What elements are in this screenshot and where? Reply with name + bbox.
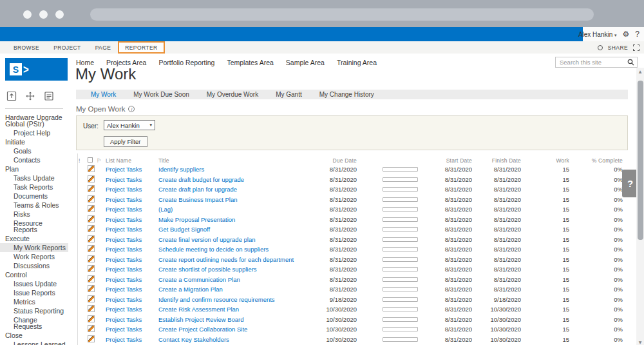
work-tab[interactable]: My Work (91, 91, 116, 98)
focus-mode-icon[interactable] (633, 44, 639, 51)
list-name-link[interactable]: Project Tasks (106, 316, 142, 323)
list-name-link[interactable]: Project Tasks (106, 226, 142, 233)
scroll-up-arrow[interactable]: ▲ (636, 68, 644, 74)
ribbon-tab[interactable]: BROWSE (6, 41, 46, 54)
sidebar-item[interactable]: Execute (0, 234, 68, 243)
help-icon[interactable]: ? (635, 30, 639, 38)
task-title-link[interactable]: Create Business Impact Plan (158, 196, 238, 203)
edit-item-icon[interactable] (88, 265, 95, 272)
list-name-link[interactable]: Project Tasks (106, 296, 142, 303)
list-name-link[interactable]: Project Tasks (106, 236, 142, 243)
task-title-link[interactable]: Create report outlining needs for each d… (158, 256, 294, 263)
list-name-link[interactable]: Project Tasks (106, 266, 142, 273)
task-title-link[interactable]: Create final version of upgrade plan (158, 236, 256, 243)
select-all-checkbox[interactable] (88, 157, 97, 164)
work-tab[interactable]: My Overdue Work (207, 91, 258, 98)
sidebar-item[interactable]: Change Requests (0, 315, 68, 331)
edit-item-icon[interactable] (88, 315, 95, 322)
edit-item-icon[interactable] (88, 305, 95, 312)
window-control-dot[interactable] (23, 10, 32, 19)
task-title-link[interactable]: Identify and confirm resource requiremen… (158, 296, 275, 303)
importance-column-icon[interactable]: ! (79, 157, 88, 164)
edit-item-icon[interactable] (88, 335, 95, 342)
task-title-link[interactable]: Schedule meeting to decide on suppliers (158, 246, 269, 253)
sidebar-item[interactable]: Documents (0, 192, 68, 201)
task-title-link[interactable]: (Lag) (158, 206, 173, 213)
task-title-link[interactable]: Identify suppliers (158, 166, 204, 173)
vertical-scrollbar[interactable]: ▲ ▼ (636, 68, 644, 345)
list-name-link[interactable]: Project Tasks (106, 286, 142, 293)
sidebar-item[interactable]: Issues Update (0, 279, 68, 288)
nav-link[interactable]: Training Area (337, 59, 377, 66)
sidebar-item[interactable]: My Work Reports (0, 243, 68, 252)
sidebar-item[interactable]: Metrics (0, 297, 68, 306)
sidebar-item[interactable]: Contacts (0, 155, 68, 164)
col-work[interactable]: Work (521, 157, 569, 164)
edit-item-icon[interactable] (88, 185, 95, 192)
col-title[interactable]: Title (158, 157, 319, 164)
apply-filter-button[interactable]: Apply Filter (104, 136, 147, 147)
sidebar-item[interactable]: Hardware Upgrade Global (PStr) (0, 113, 68, 128)
sidebar-item[interactable]: Initiate (0, 137, 68, 146)
user-select[interactable]: Alex Hankin ▾ (104, 120, 155, 130)
sidebar-item[interactable]: Issue Reports (0, 288, 68, 297)
list-name-link[interactable]: Project Tasks (106, 196, 142, 203)
list-name-link[interactable]: Project Tasks (106, 326, 142, 333)
window-control-dot[interactable] (55, 10, 64, 19)
nav-link[interactable]: Portfolio Reporting (158, 59, 214, 66)
edit-item-icon[interactable] (88, 275, 95, 282)
settings-gear-icon[interactable]: ⚙ (623, 30, 630, 38)
task-title-link[interactable]: Create Risk Assessment Plan (158, 306, 239, 313)
move-icon[interactable] (25, 91, 35, 101)
scrollbar-thumb[interactable] (638, 81, 643, 240)
sidebar-item[interactable]: Control (0, 270, 68, 279)
sidebar-item[interactable]: Status Reporting (0, 306, 68, 315)
sidebar-item[interactable]: Project Help (0, 128, 68, 137)
info-icon[interactable]: i (128, 106, 135, 112)
list-name-link[interactable]: Project Tasks (106, 256, 142, 263)
list-name-link[interactable]: Project Tasks (106, 276, 142, 283)
list-name-link[interactable]: Project Tasks (106, 246, 142, 253)
list-name-link[interactable]: Project Tasks (106, 336, 142, 343)
task-title-link[interactable]: Make Proposal Presentation (158, 216, 235, 223)
edit-item-icon[interactable] (88, 205, 95, 212)
sidebar-item[interactable]: Goals (0, 146, 68, 155)
scroll-down-arrow[interactable]: ▼ (636, 339, 644, 345)
col-percent-complete[interactable]: % Complete (569, 157, 623, 164)
sidebar-item[interactable]: Discussions (0, 261, 68, 270)
list-name-link[interactable]: Project Tasks (106, 176, 142, 183)
sidebar-item[interactable]: Teams & Roles (0, 201, 68, 210)
edit-item-icon[interactable] (88, 225, 95, 232)
sharepoint-logo[interactable]: S > (5, 58, 68, 81)
search-icon[interactable] (627, 59, 634, 66)
flag-column-icon[interactable]: ⚐ (97, 157, 106, 164)
list-name-link[interactable]: Project Tasks (106, 306, 142, 313)
edit-item-icon[interactable] (88, 165, 95, 172)
edit-item-icon[interactable] (88, 235, 95, 242)
task-title-link[interactable]: Contact Key Stakeholders (158, 336, 229, 343)
ribbon-tab[interactable]: REPORTER (118, 41, 164, 54)
edit-item-icon[interactable] (88, 285, 95, 292)
sidebar-item[interactable]: Task Reports (0, 182, 68, 192)
task-title-link[interactable]: Create a Communication Plan (158, 276, 240, 283)
window-control-dot[interactable] (39, 10, 48, 19)
ribbon-tab[interactable]: PROJECT (46, 41, 88, 54)
col-due-date[interactable]: Due Date (319, 157, 357, 164)
edit-item-icon[interactable] (88, 175, 95, 182)
task-title-link[interactable]: Establish Project Review Board (158, 316, 244, 323)
sidebar-item[interactable]: Work Reports (0, 252, 68, 261)
sidebar-item[interactable]: Resource Reports (0, 219, 68, 234)
edit-item-icon[interactable] (88, 245, 95, 252)
share-up-icon[interactable] (6, 91, 17, 101)
sidebar-item[interactable]: Tasks Update (0, 173, 68, 182)
work-tab[interactable]: My Change History (319, 91, 374, 98)
address-bar[interactable] (90, 8, 594, 21)
list-name-link[interactable]: Project Tasks (106, 206, 142, 213)
sidebar-item[interactable]: Risks (0, 210, 68, 219)
edit-item-icon[interactable] (88, 215, 95, 222)
sidebar-item[interactable]: Lessons Learned (0, 340, 68, 345)
edit-item-icon[interactable] (88, 295, 95, 302)
list-name-link[interactable]: Project Tasks (106, 186, 142, 193)
work-tab[interactable]: My Work Due Soon (133, 91, 189, 98)
list-icon[interactable] (44, 91, 54, 101)
